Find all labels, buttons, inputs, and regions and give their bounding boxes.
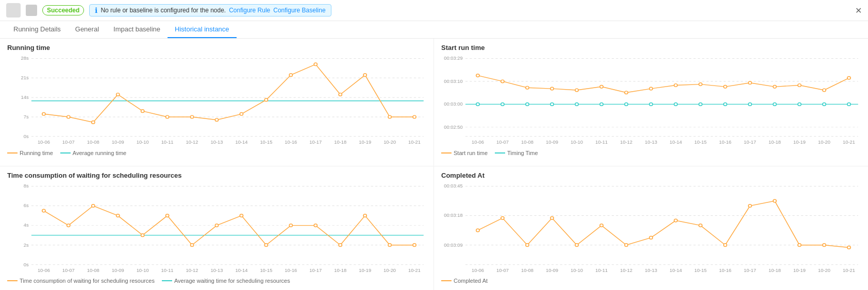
- svg-point-37: [289, 74, 292, 77]
- svg-point-181: [823, 243, 826, 246]
- svg-point-82: [798, 84, 801, 87]
- svg-point-40: [363, 74, 366, 77]
- svg-text:10-18: 10-18: [769, 268, 781, 273]
- legend-running-time: Running time: [7, 150, 53, 156]
- svg-point-139: [314, 224, 317, 227]
- svg-point-83: [823, 89, 826, 92]
- svg-point-137: [264, 243, 268, 246]
- svg-point-75: [625, 91, 628, 94]
- svg-point-77: [674, 84, 677, 87]
- svg-text:10-15: 10-15: [260, 268, 272, 273]
- svg-point-135: [215, 224, 218, 227]
- start-run-time-legend: Start run time Timing Time: [441, 150, 861, 156]
- svg-text:10-14: 10-14: [235, 268, 247, 273]
- svg-point-35: [240, 112, 243, 115]
- close-button[interactable]: ✕: [855, 6, 862, 15]
- svg-point-80: [748, 81, 752, 84]
- wait-time-title: Time consumption of waiting for scheduli…: [7, 172, 426, 179]
- legend-line-wt-orange: [7, 280, 18, 281]
- tab-historical-instance[interactable]: Historical instance: [168, 21, 237, 38]
- svg-text:6s: 6s: [24, 203, 29, 208]
- svg-point-97: [773, 103, 776, 106]
- svg-text:10-17: 10-17: [309, 140, 322, 145]
- legend-line-wt-cyan: [162, 280, 172, 281]
- wait-time-chart: 8s 6s 4s 2s 0s 10-06 10-07 10-08 10-09 1…: [7, 181, 426, 277]
- svg-point-175: [674, 219, 677, 222]
- svg-point-96: [748, 103, 752, 106]
- svg-point-71: [526, 86, 529, 89]
- svg-point-100: [847, 103, 850, 106]
- svg-text:10-19: 10-19: [359, 140, 371, 145]
- svg-point-73: [575, 89, 578, 92]
- svg-point-74: [600, 86, 603, 89]
- svg-point-140: [339, 243, 342, 246]
- svg-text:2s: 2s: [24, 242, 29, 247]
- svg-text:7s: 7s: [24, 114, 29, 120]
- svg-point-42: [413, 115, 416, 118]
- status-badge: Succeeded: [42, 5, 84, 15]
- svg-text:00:03:29: 00:03:29: [444, 56, 463, 61]
- legend-avg-label: Average running time: [73, 150, 126, 156]
- svg-point-130: [92, 204, 95, 207]
- svg-text:10-08: 10-08: [87, 140, 99, 145]
- completed-at-panel: Completed At 00:03:45 00:03:18 00:03:09 …: [434, 166, 868, 291]
- tab-impact-baseline[interactable]: Impact baseline: [106, 21, 168, 38]
- svg-text:14s: 14s: [21, 95, 29, 100]
- svg-point-32: [165, 115, 169, 118]
- svg-text:10-12: 10-12: [186, 140, 198, 145]
- svg-text:10-20: 10-20: [383, 140, 396, 145]
- svg-text:0s: 0s: [24, 134, 29, 139]
- svg-text:10-20: 10-20: [818, 140, 830, 144]
- svg-point-72: [550, 87, 554, 90]
- legend-avg-running-time: Average running time: [60, 150, 126, 156]
- svg-text:10-10: 10-10: [137, 140, 149, 145]
- legend-line-cyan: [60, 152, 71, 153]
- svg-text:10-19: 10-19: [793, 140, 806, 144]
- svg-point-170: [550, 216, 554, 219]
- svg-point-85: [476, 103, 479, 106]
- wait-time-panel: Time consumption of waiting for scheduli…: [0, 166, 434, 291]
- svg-text:10-14: 10-14: [670, 268, 682, 273]
- legend-srt-label: Start run time: [454, 150, 488, 156]
- legend-wait-time: Time consumption of waiting for scheduli…: [7, 278, 155, 284]
- svg-point-176: [699, 224, 702, 227]
- tab-running-details[interactable]: Running Details: [6, 21, 68, 38]
- legend-line-srt-cyan: [495, 152, 505, 153]
- svg-text:10-20: 10-20: [818, 268, 830, 273]
- svg-text:10-12: 10-12: [186, 268, 198, 273]
- svg-text:10-07: 10-07: [496, 140, 509, 144]
- svg-point-87: [526, 103, 529, 106]
- svg-text:10-21: 10-21: [408, 140, 421, 145]
- legend-line-srt-orange: [441, 152, 452, 153]
- svg-text:10-07: 10-07: [62, 140, 75, 145]
- legend-timing-time: Timing Time: [495, 150, 538, 156]
- svg-text:10-19: 10-19: [793, 268, 806, 273]
- configure-rule-link[interactable]: Configure Rule: [229, 7, 270, 14]
- info-icon: ℹ: [95, 6, 97, 14]
- legend-wt-label: Time consumption of waiting for scheduli…: [20, 278, 155, 284]
- svg-text:10-15: 10-15: [694, 140, 707, 144]
- svg-point-168: [501, 216, 504, 219]
- svg-text:10-13: 10-13: [645, 268, 657, 273]
- legend-line-orange: [7, 152, 18, 153]
- svg-text:10-08: 10-08: [521, 268, 533, 273]
- configure-baseline-link[interactable]: Configure Baseline: [273, 7, 325, 14]
- svg-text:10-12: 10-12: [620, 140, 632, 144]
- svg-text:21s: 21s: [21, 76, 29, 81]
- tab-general[interactable]: General: [68, 21, 106, 38]
- svg-text:10-09: 10-09: [112, 268, 124, 273]
- svg-point-173: [625, 243, 628, 246]
- legend-avg-wait: Average waiting time for scheduling reso…: [162, 278, 290, 284]
- svg-text:10-08: 10-08: [521, 140, 533, 144]
- svg-text:00:02:50: 00:02:50: [444, 125, 463, 129]
- svg-point-143: [413, 243, 416, 246]
- svg-point-174: [649, 236, 653, 239]
- svg-point-94: [699, 103, 702, 106]
- svg-point-41: [388, 115, 391, 118]
- node-icon-secondary: [26, 5, 37, 16]
- svg-point-180: [798, 243, 801, 246]
- legend-running-time-label: Running time: [20, 150, 53, 156]
- svg-text:10-11: 10-11: [595, 140, 608, 144]
- svg-point-128: [42, 209, 45, 212]
- start-run-time-chart: 00:03:29 00:03:10 00:03:00 00:02:50 10-0…: [441, 54, 861, 149]
